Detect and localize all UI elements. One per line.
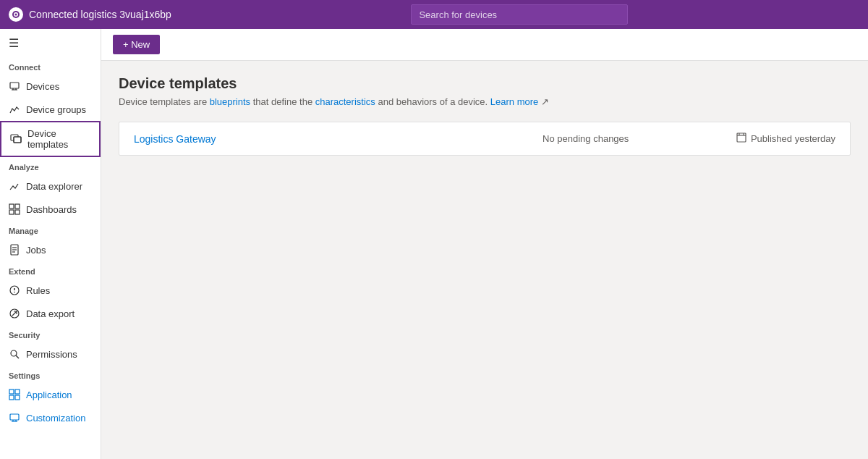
search-input[interactable] [411,4,628,25]
app-name: Connected logistics 3vuaj1x6bp [29,9,171,20]
template-row[interactable]: Logistics Gateway No pending changes Pub… [119,122,851,156]
data-explorer-label: Data explorer [26,181,82,192]
application-label: Application [26,389,72,400]
learn-more-link[interactable]: Learn more [490,96,538,107]
device-groups-icon [9,104,20,115]
svg-rect-28 [15,395,20,400]
sidebar-item-rules[interactable]: Rules [0,279,101,302]
device-templates-icon [10,133,22,145]
svg-rect-25 [9,389,14,394]
sidebar-item-data-export[interactable]: Data export [0,302,101,325]
sidebar-item-application[interactable]: Application [0,383,101,406]
template-name: Logistics Gateway [134,133,435,145]
main-content: + New Device templates Device templates … [101,29,868,459]
permissions-icon [9,348,20,360]
page-title: Device templates [119,75,851,92]
section-analyze: Analyze [0,157,101,174]
svg-rect-27 [9,395,14,400]
svg-rect-29 [10,414,19,420]
jobs-icon [9,244,20,256]
subtitle-and: and behaviors of a device. [375,96,490,107]
data-explorer-icon [9,180,20,192]
app-logo: Connected logistics 3vuaj1x6bp [9,7,171,22]
svg-rect-26 [15,389,20,394]
new-button[interactable]: + New [113,35,160,54]
published-icon [736,132,746,145]
rules-icon [9,285,20,296]
published-text: Published yesterday [751,133,835,144]
svg-point-2 [15,14,17,16]
permissions-label: Permissions [26,349,77,360]
dashboards-icon [9,203,20,215]
dashboards-label: Dashboards [26,204,77,215]
subtitle-characteristics: characteristics [315,96,375,107]
svg-rect-12 [9,210,14,214]
svg-rect-13 [15,210,20,214]
svg-line-22 [12,311,17,316]
template-published: Published yesterday [736,132,835,145]
svg-point-20 [14,292,15,293]
template-status: No pending changes [435,133,736,144]
devices-icon [9,80,20,92]
svg-rect-10 [9,204,14,209]
svg-rect-33 [737,133,746,142]
subtitle-middle: that define the [250,96,315,107]
page-body: Device templates Device templates are bl… [101,61,868,459]
svg-line-24 [16,355,19,358]
sidebar-item-devices[interactable]: Devices [0,75,101,98]
section-settings: Settings [0,366,101,383]
subtitle-blueprint: blueprints [210,96,250,107]
data-export-label: Data export [26,308,75,319]
sidebar: ☰ Connect Devices Device groups [0,29,101,459]
toolbar: + New [101,29,868,61]
customization-icon [9,412,20,424]
sidebar-item-jobs[interactable]: Jobs [0,238,101,261]
customization-label: Customization [26,413,85,424]
sidebar-item-dashboards[interactable]: Dashboards [0,198,101,221]
section-extend: Extend [0,261,101,279]
sidebar-item-data-explorer[interactable]: Data explorer [0,174,101,198]
jobs-label: Jobs [26,245,46,256]
svg-rect-11 [15,204,20,209]
section-connect: Connect [0,57,101,75]
section-security: Security [0,325,101,342]
devices-label: Devices [26,81,59,92]
device-groups-label: Device groups [26,104,86,115]
sidebar-item-customization[interactable]: Customization [0,406,101,429]
data-export-icon [9,308,20,319]
svg-rect-3 [10,83,19,88]
page-subtitle: Device templates are blueprints that def… [119,96,851,107]
app-logo-icon [9,7,23,22]
sidebar-item-permissions[interactable]: Permissions [0,342,101,366]
device-templates-label: Device templates [27,128,90,150]
section-manage: Manage [0,221,101,238]
sidebar-item-device-templates[interactable]: Device templates [0,121,101,157]
svg-point-23 [11,350,17,356]
search-container [411,4,628,25]
topbar: Connected logistics 3vuaj1x6bp [0,0,868,29]
application-icon [9,389,20,400]
sidebar-item-device-groups[interactable]: Device groups [0,98,101,121]
subtitle-prefix: Device templates are [119,96,210,107]
hamburger-icon[interactable]: ☰ [0,29,101,57]
svg-rect-8 [14,137,21,143]
body-wrapper: ☰ Connect Devices Device groups [0,29,868,459]
rules-label: Rules [26,285,50,296]
